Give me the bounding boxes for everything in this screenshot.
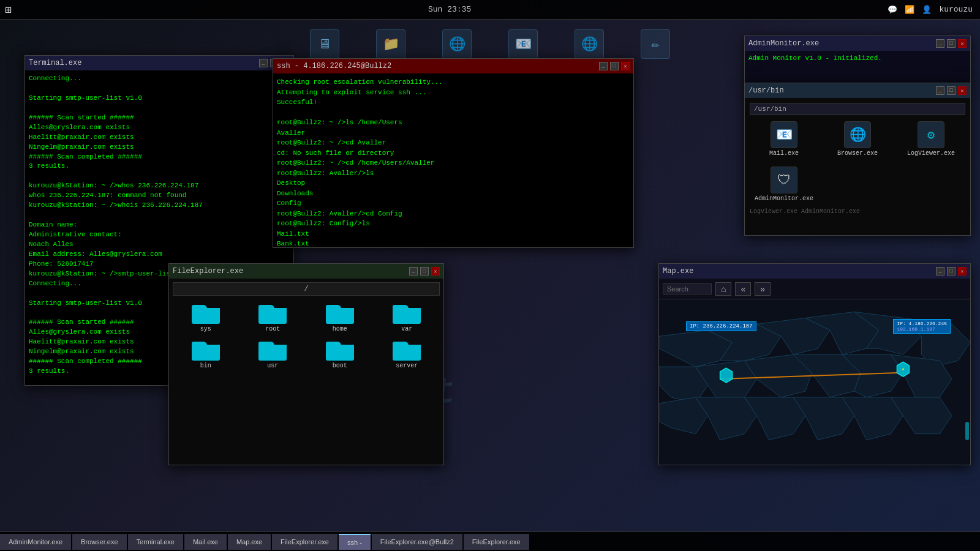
map-back-button[interactable]: «	[735, 282, 751, 296]
wifi-icon[interactable]: 📶	[905, 5, 914, 15]
fe-folder-sys[interactable]: sys	[175, 302, 236, 332]
taskbar-mail[interactable]: Mail.exe	[184, 534, 227, 550]
ssh-line: Avaller	[277, 128, 630, 138]
desktop-icon-files[interactable]: 📁	[376, 29, 405, 59]
clock: Sun 23:35	[428, 5, 471, 14]
fe-local-content: / sys root	[169, 279, 443, 465]
fe-icon-browser[interactable]: 🌐 Browser.exe	[823, 119, 892, 159]
map-scrollbar[interactable]	[965, 422, 969, 440]
ssh-line: root@Bullz2: ~ />ls /home/Users	[277, 118, 630, 128]
ssh-line: root@Bullz2: ~ />cd Avaller	[277, 138, 630, 148]
fe-bullz2-titlebar[interactable]: /usr/bin _ □ ✕	[745, 83, 970, 98]
map-tooltip-1: IP: 236.226.224.187	[686, 321, 756, 331]
terminal-titlebar[interactable]: Terminal.exe _ □ ✕	[25, 56, 293, 70]
desktop-icon-globe2[interactable]: 🌐	[575, 29, 604, 59]
fe-local-maximize[interactable]: □	[420, 267, 429, 276]
fe-folder-root[interactable]: root	[243, 302, 304, 332]
desktop-icon-globe[interactable]: 🌐	[442, 29, 472, 59]
ssh-titlebar[interactable]: ssh - 4.186.226.245@Bullz2 _ □ ✕	[273, 59, 633, 73]
fe-folder-server[interactable]: server	[377, 339, 438, 369]
desktop-icon-edit[interactable]: ✏	[641, 29, 670, 59]
taskbar-map[interactable]: Map.exe	[228, 534, 271, 550]
fe-bullz2-content: /usr/bin 📧 Mail.exe 🌐 Browser.exe ⚙ LogV…	[745, 98, 970, 235]
server-folder-label: server	[396, 362, 418, 369]
svg-marker-20	[720, 368, 733, 383]
ssh-line: root@Bullz2: ~ />cd /home/Users/Avaller	[277, 158, 630, 168]
taskbar-adminmonitor[interactable]: AdminMonitor.exe	[0, 534, 71, 550]
root-folder-label: root	[265, 326, 280, 332]
taskbar-ssh[interactable]: ssh -	[339, 534, 371, 550]
desktop-icon-terminal[interactable]: 🖥	[310, 29, 339, 59]
map-close[interactable]: ✕	[958, 267, 967, 276]
terminal-minimize[interactable]: _	[259, 59, 268, 67]
ssh-line: Mail.txt	[277, 229, 630, 239]
fe-local-close[interactable]: ✕	[431, 267, 440, 276]
mail-exe-icon: 📧	[771, 121, 797, 148]
fe-bullz2-maximize[interactable]: □	[947, 86, 956, 95]
map-home-button[interactable]: ⌂	[715, 282, 731, 296]
desktop-icon-mail[interactable]: 📧	[508, 29, 538, 59]
ssh-maximize[interactable]: □	[610, 62, 619, 70]
ssh-line: Checking root escalation vulnerability..…	[277, 77, 630, 88]
var-folder-label: var	[401, 326, 412, 332]
fe-local-minimize[interactable]: _	[409, 267, 418, 276]
terminal-line	[29, 171, 290, 181]
map-forward-button[interactable]: »	[755, 282, 771, 296]
fe-folder-home[interactable]: home	[309, 302, 371, 332]
adminmonitor-titlebar[interactable]: AdminMonitor.exe _ □ ✕	[745, 36, 970, 51]
map-titlebar[interactable]: Map.exe _ □ ✕	[659, 264, 970, 279]
fe-bullz2-close[interactable]: ✕	[958, 86, 967, 95]
taskbar-browser[interactable]: Browser.exe	[72, 534, 127, 550]
adminmonitor-controls: _ □ ✕	[936, 39, 967, 48]
fe-icon-logviewer[interactable]: ⚙ LogViewer.exe	[897, 119, 965, 159]
user-icon[interactable]: 👤	[922, 5, 932, 15]
boot-folder-label: boot	[333, 362, 347, 369]
fe-bullz2-path: /usr/bin	[750, 103, 965, 115]
terminal-line: kurouzu@kStation: ~ />whos 236.226.224.1…	[29, 181, 290, 191]
chat-icon[interactable]: 💬	[888, 5, 897, 15]
username: kurouzu	[939, 5, 973, 14]
ssh-controls: _ □ ✕	[599, 62, 630, 70]
ssh-content: Checking root escalation vulnerability..…	[273, 73, 633, 247]
fe-icon-mail[interactable]: 📧 Mail.exe	[750, 119, 818, 159]
fe-folder-var[interactable]: var	[377, 302, 438, 332]
map-search-input[interactable]	[663, 283, 712, 294]
svg-text:★: ★	[902, 366, 905, 372]
ssh-line: root@Bullz2: Avaller/>cd Config	[277, 209, 630, 219]
fe-folder-bin[interactable]: bin	[175, 339, 236, 369]
edit-icon: ✏	[641, 29, 670, 59]
usr-folder-label: usr	[267, 362, 278, 369]
ssh-line	[277, 108, 630, 118]
terminal-line: ###### Scan completed ######	[29, 152, 290, 162]
map-maximize[interactable]: □	[947, 267, 956, 276]
taskbar-fileexplorer-2[interactable]: FileExplorer.exe	[464, 534, 529, 550]
ssh-close[interactable]: ✕	[621, 62, 630, 70]
map-title: Map.exe	[663, 267, 693, 276]
ssh-window: ssh - 4.186.226.245@Bullz2 _ □ ✕ Checkin…	[273, 58, 634, 248]
map-minimize[interactable]: _	[936, 267, 944, 276]
ssh-line: root@Bullz2: Avaller/>ls	[277, 168, 630, 179]
terminal-line	[29, 211, 290, 220]
fe-folder-usr[interactable]: usr	[243, 339, 304, 369]
fe-icon-adminmonitor[interactable]: 🛡 AdminMonitor.exe	[750, 164, 818, 204]
fe-local-titlebar[interactable]: FileExplorer.exe _ □ ✕	[169, 264, 443, 279]
ssh-minimize[interactable]: _	[599, 62, 608, 70]
fe-bullz2-minimize[interactable]: _	[936, 86, 944, 95]
root-folder-icon	[258, 302, 287, 324]
adminmonitor-close[interactable]: ✕	[958, 39, 967, 48]
taskbar-fileexplorer-bullz2[interactable]: FileExplorer.exe@Bullz2	[372, 534, 462, 550]
terminal-line: Haelitt@praxair.com exists	[29, 133, 290, 143]
taskbar-fileexplorer[interactable]: FileExplorer.exe	[272, 534, 337, 550]
terminal-title: Terminal.exe	[29, 59, 81, 67]
taskbar-terminal[interactable]: Terminal.exe	[128, 534, 183, 550]
fe-folder-boot[interactable]: boot	[309, 339, 371, 369]
fe-local-path: /	[173, 282, 440, 296]
terminal-line: Ningelm@praxair.com exists	[29, 143, 290, 152]
bin-folder-label: bin	[200, 362, 211, 369]
adminmonitor-minimize[interactable]: _	[936, 39, 944, 48]
adminmonitor-maximize[interactable]: □	[947, 39, 956, 48]
grid-icon[interactable]: ⊞	[5, 3, 12, 17]
terminal-line: Alles@gryslera.com exists	[29, 123, 290, 133]
ssh-line: Bank.txt	[277, 239, 630, 247]
terminal-line: Connecting...	[29, 74, 290, 84]
